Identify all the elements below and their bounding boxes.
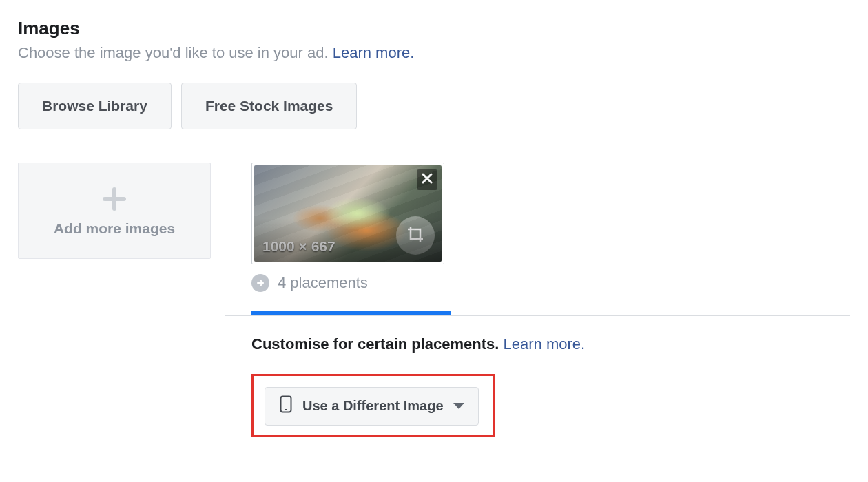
svg-rect-3 bbox=[285, 409, 287, 410]
remove-image-button[interactable] bbox=[417, 169, 437, 190]
placements-summary: 4 placements bbox=[251, 274, 850, 292]
crop-image-button[interactable] bbox=[396, 216, 435, 255]
free-stock-images-button[interactable]: Free Stock Images bbox=[181, 83, 358, 129]
browse-library-button[interactable]: Browse Library bbox=[18, 83, 172, 129]
arrow-right-circle-icon bbox=[251, 274, 269, 292]
image-thumbnail: 1000 × 667 bbox=[254, 165, 442, 262]
section-subtitle-text: Choose the image you'd like to use in yo… bbox=[18, 44, 333, 61]
free-stock-images-label: Free Stock Images bbox=[205, 98, 333, 114]
crop-icon bbox=[406, 225, 424, 246]
section-subtitle: Choose the image you'd like to use in yo… bbox=[18, 43, 850, 63]
mobile-device-icon bbox=[279, 395, 293, 417]
active-tab-indicator bbox=[225, 311, 850, 316]
placements-count-label: 4 placements bbox=[278, 274, 368, 292]
browse-library-label: Browse Library bbox=[42, 98, 147, 114]
image-dimensions: 1000 × 667 bbox=[262, 238, 335, 255]
use-different-image-label: Use a Different Image bbox=[302, 398, 444, 414]
customise-placements-text: Customise for certain placements. Learn … bbox=[251, 335, 850, 353]
add-more-images-label: Add more images bbox=[54, 220, 175, 237]
customise-learn-more-link[interactable]: Learn more. bbox=[504, 335, 586, 353]
caret-down-icon bbox=[453, 403, 464, 409]
image-source-buttons: Browse Library Free Stock Images bbox=[18, 83, 850, 129]
add-more-images-button[interactable]: Add more images bbox=[18, 163, 211, 259]
close-icon bbox=[422, 173, 433, 187]
customise-placements-bold: Customise for certain placements. bbox=[251, 335, 499, 353]
section-title: Images bbox=[18, 18, 850, 39]
learn-more-link[interactable]: Learn more. bbox=[333, 44, 415, 61]
plus-icon bbox=[100, 185, 129, 216]
svg-rect-1 bbox=[103, 197, 126, 201]
use-different-image-dropdown[interactable]: Use a Different Image bbox=[265, 387, 479, 426]
highlight-annotation: Use a Different Image bbox=[251, 374, 495, 437]
image-thumbnail-card[interactable]: 1000 × 667 bbox=[251, 163, 444, 264]
